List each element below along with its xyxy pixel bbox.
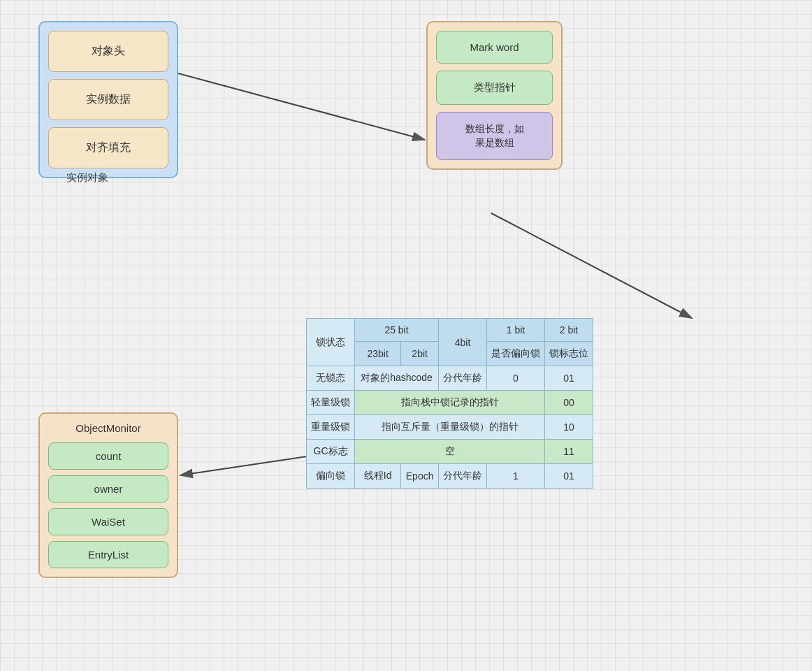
row-bias-gen: 分代年龄 xyxy=(439,464,487,489)
row-heavy-lock-state: 重量级锁 xyxy=(307,415,355,440)
row-bias-lock-state: 偏向锁 xyxy=(307,464,355,489)
monitor-count: count xyxy=(48,442,168,470)
mark-word-block: Mark word xyxy=(436,31,553,64)
monitor-entrylist: EntryList xyxy=(48,541,168,568)
array-length-block: 数组长度，如果是数组 xyxy=(436,112,553,160)
monitor-owner: owner xyxy=(48,475,168,503)
row-heavy-lock-pointer: 指向互斥量（重量级锁）的指针 xyxy=(355,415,545,440)
row-bias-epoch: Epoch xyxy=(401,464,439,489)
instance-object-label: 实例对象 xyxy=(66,171,108,185)
header-lock-flag: 锁标志位 xyxy=(545,342,593,366)
row-heavy-lock-flag: 10 xyxy=(545,415,593,440)
row-no-lock-flag: 01 xyxy=(545,366,593,391)
header-4bit: 4bit xyxy=(439,319,487,366)
row-no-lock-hashcode: 对象的hashcode xyxy=(355,366,439,391)
object-monitor-box: ObjectMonitor count owner WaiSet EntryLi… xyxy=(38,412,178,578)
object-monitor-title: ObjectMonitor xyxy=(48,422,168,434)
row-no-lock-bias: 0 xyxy=(487,366,545,391)
row-gc-flag: 11 xyxy=(545,440,593,464)
row-light-lock-pointer: 指向栈中锁记录的指针 xyxy=(355,391,545,415)
header-bias-lock: 是否偏向锁 xyxy=(487,342,545,366)
object-header-expanded-box: Mark word 类型指针 数组长度，如果是数组 xyxy=(426,21,563,170)
svg-line-2 xyxy=(491,213,692,318)
header-2bit-label: 2 bit xyxy=(545,319,593,342)
row-no-lock-gen: 分代年龄 xyxy=(439,366,487,391)
row-light-lock-state: 轻量级锁 xyxy=(307,391,355,415)
markword-table: 锁状态 25 bit 4bit 1 bit 2 bit 23bit 2bit 是… xyxy=(306,318,593,489)
row-bias-bias-flag: 1 xyxy=(487,464,545,489)
row-light-lock-flag: 00 xyxy=(545,391,593,415)
header-2bit: 2bit xyxy=(401,342,439,366)
object-header-block: 对象头 xyxy=(48,31,168,72)
instance-object-box: 对象头 实例数据 对齐填充 xyxy=(38,21,178,178)
instance-data-block: 实例数据 xyxy=(48,79,168,120)
monitor-waiset: WaiSet xyxy=(48,508,168,535)
row-gc-state: GC标志 xyxy=(307,440,355,464)
header-25bit: 25 bit xyxy=(355,319,439,342)
row-bias-lock-flag: 01 xyxy=(545,464,593,489)
svg-line-1 xyxy=(178,73,425,140)
row-no-lock-state: 无锁态 xyxy=(307,366,355,391)
type-pointer-block: 类型指针 xyxy=(436,71,553,105)
row-bias-thread-id: 线程Id xyxy=(355,464,401,489)
row-gc-empty: 空 xyxy=(355,440,545,464)
header-1bit: 1 bit xyxy=(487,319,545,342)
header-23bit: 23bit xyxy=(355,342,401,366)
alignment-block: 对齐填充 xyxy=(48,127,168,168)
header-lock-state: 锁状态 xyxy=(307,319,355,366)
